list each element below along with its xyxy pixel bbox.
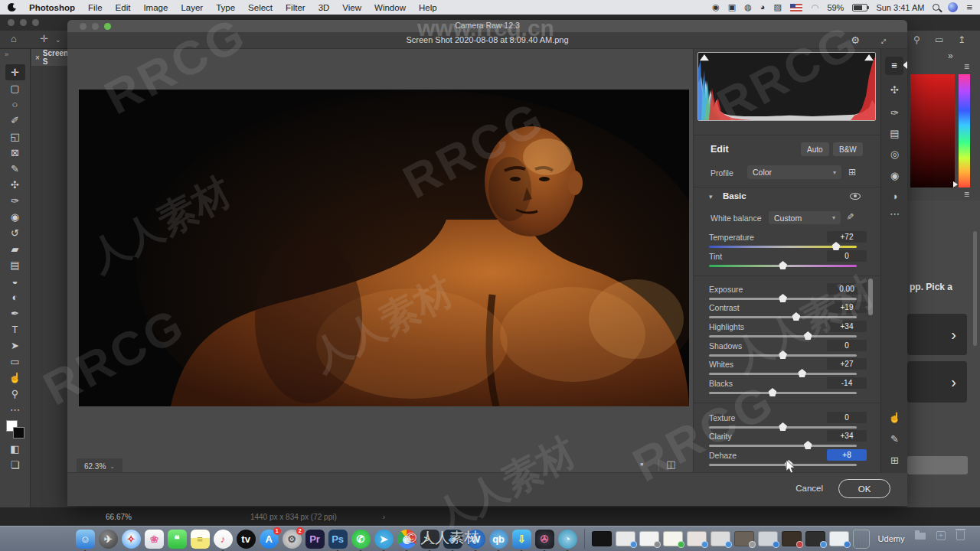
library-card[interactable]: › — [907, 361, 967, 403]
slider-value[interactable]: +34 — [827, 321, 867, 332]
profile-browser-icon[interactable]: ⊞ — [848, 167, 856, 178]
edit-panel-icon[interactable]: ≡ — [885, 57, 903, 75]
slider-value[interactable]: +34 — [827, 430, 867, 442]
path-selection-tool[interactable]: ➤ — [5, 337, 25, 354]
slider-track[interactable] — [709, 354, 857, 357]
window-close-button[interactable] — [8, 19, 15, 26]
red-eye-icon[interactable]: ◉ — [881, 170, 908, 181]
chevron-down-icon[interactable]: ▾ — [709, 193, 713, 201]
marquee-tool[interactable]: ▢ — [5, 80, 25, 96]
histogram[interactable] — [697, 52, 876, 121]
healing-icon[interactable]: ✣ — [881, 84, 908, 96]
brush-tool[interactable]: ✑ — [5, 193, 25, 209]
dock-minimized-window[interactable] — [663, 531, 683, 546]
notification-center-icon[interactable]: ≡ — [966, 2, 972, 12]
gradient-tool[interactable]: ▤ — [5, 257, 25, 273]
zoom-level-control[interactable]: 62.3% ⌄ — [77, 458, 122, 474]
slider-track[interactable] — [709, 335, 857, 337]
siri-icon[interactable] — [948, 2, 958, 12]
white-balance-dropdown[interactable]: Custom▾ — [769, 211, 841, 224]
dock-minimized-window[interactable] — [805, 531, 825, 546]
dock-minimized-window[interactable] — [829, 531, 849, 546]
adjustment-brush-icon[interactable]: ✑ — [881, 107, 908, 119]
spotlight-search-icon[interactable] — [933, 4, 939, 11]
dock-minimized-window[interactable] — [734, 531, 754, 546]
slider-track[interactable] — [709, 298, 857, 300]
dock-converter[interactable]: ◔ — [558, 530, 577, 549]
menu-view[interactable]: View — [342, 3, 361, 12]
lasso-tool[interactable]: ○ — [5, 96, 25, 112]
slider-value[interactable]: 0.00 — [827, 283, 867, 295]
libraries-button[interactable] — [907, 456, 968, 474]
dock-launchpad[interactable]: ✈ — [99, 530, 118, 549]
menu-edit[interactable]: Edit — [116, 3, 131, 12]
menu-3d[interactable]: 3D — [318, 3, 330, 12]
slider-value[interactable]: +72 — [827, 231, 867, 243]
presets-icon[interactable]: ◑ — [881, 191, 908, 202]
window-zoom-button[interactable] — [32, 19, 39, 26]
grid-overlay-icon[interactable]: ⊞ — [881, 455, 908, 466]
panel-menu-icon[interactable]: ≡ — [964, 61, 969, 72]
slider-track[interactable] — [709, 246, 857, 248]
menu-image[interactable]: Image — [143, 3, 168, 12]
toolbar-collapse-icon[interactable]: » — [5, 51, 8, 58]
hue-slider-marker[interactable] — [953, 181, 958, 187]
hand-tool-icon[interactable]: ☝ — [881, 412, 908, 423]
scrollbar[interactable] — [868, 279, 873, 315]
slider-value[interactable]: 0 — [827, 250, 867, 262]
sampler-tool-icon[interactable]: ✎ — [881, 433, 908, 445]
window-minimize-button[interactable] — [20, 19, 27, 26]
dock-terminal[interactable]: >_ — [420, 530, 439, 549]
dock-chrome[interactable]: ◉ — [397, 530, 416, 549]
slider-handle[interactable] — [804, 331, 812, 340]
dialog-titlebar[interactable]: Camera Raw 12.3 — [67, 20, 907, 32]
preview-mode-icon[interactable]: ▪ — [640, 458, 644, 470]
slider-handle[interactable] — [798, 369, 806, 377]
dock-system-preferences[interactable]: ⚙2 — [283, 530, 302, 549]
dock-premiere-pro[interactable]: Pr — [305, 530, 325, 549]
menu-type[interactable]: Type — [216, 3, 235, 12]
slider-handle[interactable] — [792, 312, 800, 321]
slider-value[interactable]: +27 — [827, 358, 867, 370]
menu-window[interactable]: Window — [374, 3, 406, 12]
chevron-right-icon[interactable]: › — [951, 326, 956, 344]
dock-photos[interactable]: ❀ — [145, 530, 164, 549]
slider-track[interactable] — [709, 373, 857, 375]
dock-messages[interactable]: ❝ — [168, 530, 187, 549]
dock-minimized-window[interactable] — [687, 531, 707, 546]
auto-button[interactable]: Auto — [801, 142, 829, 156]
more-tools[interactable]: ⋯ — [5, 402, 25, 418]
dock-trash[interactable] — [853, 530, 870, 549]
hand-tool[interactable]: ☝ — [5, 370, 25, 386]
slider-handle[interactable] — [804, 441, 812, 449]
panel-collapse-icon[interactable]: » — [948, 51, 953, 61]
home-icon[interactable]: ⌂ — [11, 33, 17, 44]
slider-track[interactable] — [709, 265, 857, 267]
radial-filter-icon[interactable]: ◎ — [881, 148, 908, 160]
shape-tool[interactable]: ▭ — [5, 354, 25, 370]
menu-clock[interactable]: Sun 3:41 AM — [876, 3, 924, 12]
dock-safari[interactable]: ✧ — [122, 530, 141, 549]
slider-handle[interactable] — [831, 242, 840, 250]
dock-finder[interactable]: ☺ — [76, 530, 95, 549]
move-tool-icon[interactable]: ✛ — [40, 33, 48, 44]
crop-tool[interactable]: ◱ — [5, 129, 25, 145]
slider-value[interactable]: +19 — [827, 302, 867, 313]
wifi-icon[interactable]: ◠ — [811, 2, 818, 13]
screen-capture-icon[interactable]: ▣ — [728, 3, 736, 11]
screen-mode[interactable]: ❏ — [5, 457, 25, 473]
slider-track[interactable] — [709, 464, 857, 466]
type-tool[interactable]: T — [5, 321, 25, 337]
dock-utility[interactable]: ◈ — [443, 530, 462, 549]
color-picker-field[interactable] — [910, 74, 955, 187]
white-balance-eyedropper-icon[interactable]: ✎ — [844, 213, 855, 220]
dock-apple-tv[interactable]: tv — [237, 530, 256, 549]
record-icon[interactable]: ◉ — [712, 3, 720, 11]
dock-downloader[interactable]: ⇩ — [512, 530, 531, 549]
quick-selection-tool[interactable]: ✐ — [5, 112, 25, 129]
profile-dropdown[interactable]: Color▾ — [747, 165, 841, 179]
slider-value[interactable]: 0 — [827, 412, 867, 423]
dock-minimized-window[interactable] — [592, 531, 612, 546]
slider-handle[interactable] — [768, 388, 776, 396]
document-zoom-value[interactable]: 66.67% — [106, 513, 132, 521]
